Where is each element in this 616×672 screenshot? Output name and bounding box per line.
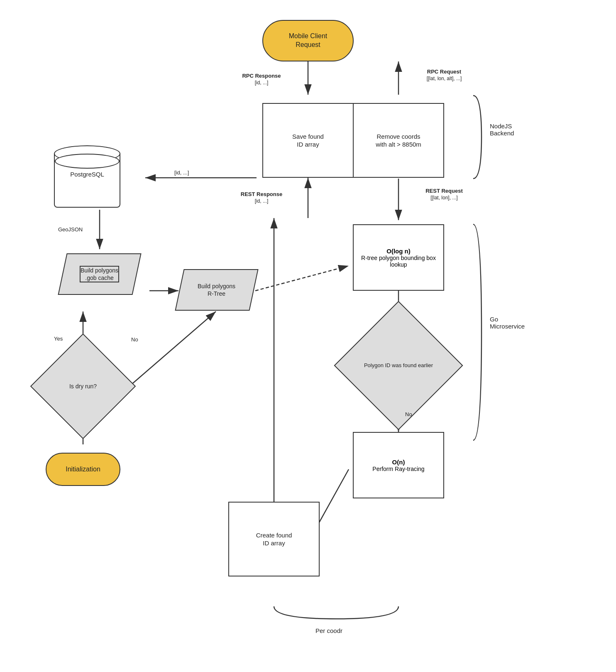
postgresql-node: PostgreSQL: [54, 145, 120, 212]
postgresql-label: PostgreSQL: [54, 170, 120, 179]
no-rtree-label: No: [131, 336, 138, 343]
rpc-request-label: RPC Request [[lat, lon, alt], ...]: [407, 69, 482, 82]
per-coord-label: Per coodr: [315, 627, 342, 634]
nodejs-backend-label: NodeJS Backend: [490, 123, 514, 137]
svg-line-9: [255, 266, 349, 291]
id-array-label: [id, ...]: [174, 169, 189, 177]
rest-request-label: REST Request [[lat, lon], ...]: [407, 188, 482, 201]
rtree-lookup-label: R-tree polygon bounding box lookup: [354, 255, 443, 268]
no-polygon-label: No: [405, 411, 412, 418]
geojson-label: GeoJSON: [58, 226, 83, 233]
mobile-client-node: Mobile Client Request: [262, 20, 354, 61]
save-found-id-label: Save found ID array: [292, 132, 324, 149]
polygon-id-found-label: Polygon ID was found earlier: [353, 320, 444, 411]
is-dry-run-node: Is dry run?: [46, 349, 120, 424]
ray-tracing-label: Perform Ray-tracing: [372, 466, 424, 472]
ray-tracing-bold: O(n): [372, 459, 424, 466]
create-found-id-label: Create found ID array: [256, 531, 292, 547]
build-polygons-rtree-label: Build polygons R-Tree: [198, 282, 235, 297]
remove-coords-node: Remove coords with alt > 8850m: [353, 103, 444, 178]
initialization-label: Initialization: [66, 465, 100, 474]
mobile-client-label: Mobile Client Request: [289, 32, 327, 49]
rtree-lookup-bold: O(log n): [354, 248, 443, 255]
rtree-lookup-node: O(log n) R-tree polygon bounding box loo…: [353, 224, 444, 291]
build-polygons-gob-node: Build polygons .gob cache: [58, 253, 141, 295]
build-polygons-gob-label: Build polygons .gob cache: [80, 266, 119, 282]
remove-coords-label: Remove coords with alt > 8850m: [376, 132, 421, 149]
rpc-response-label: RPC Response [id, ...]: [232, 73, 291, 86]
create-found-id-node: Create found ID array: [228, 502, 320, 576]
initialization-node: Initialization: [46, 453, 120, 486]
ray-tracing-node: O(n) Perform Ray-tracing: [353, 432, 444, 498]
polygon-id-found-node: Polygon ID was found earlier: [353, 320, 444, 411]
save-found-id-node: Save found ID array: [262, 103, 354, 178]
yes-label: Yes: [54, 336, 63, 343]
go-microservice-label: Go Microservice: [490, 316, 525, 330]
is-dry-run-label: Is dry run?: [46, 349, 120, 424]
build-polygons-rtree-node: Build polygons R-Tree: [175, 269, 258, 311]
svg-line-15: [125, 311, 216, 390]
rest-response-label: REST Response [id, ...]: [232, 191, 291, 204]
